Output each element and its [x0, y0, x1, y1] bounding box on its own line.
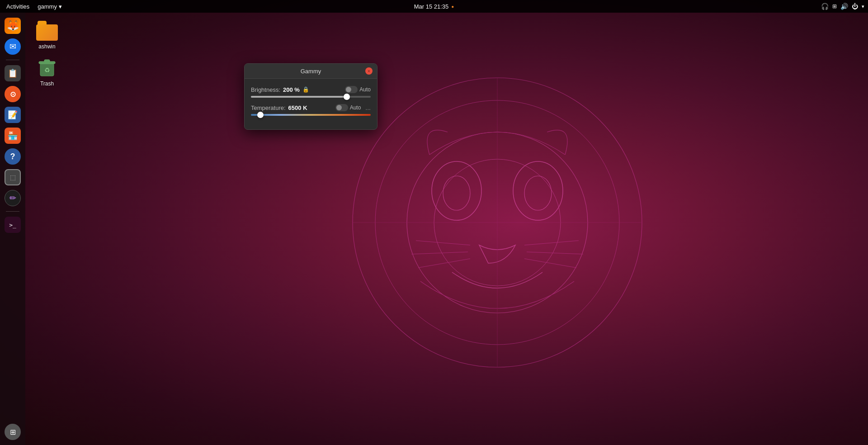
topbar-notification-dot: ●	[451, 4, 454, 9]
svg-point-6	[443, 176, 470, 210]
sidebar-item-help[interactable]: ?	[3, 147, 22, 166]
topbar: Activities gammy ▾ Mar 15 21:35 ● 🎧 ⊞ 🔊 …	[0, 0, 868, 13]
appstore-icon: 🏪	[8, 131, 18, 141]
brightness-toggle-knob	[346, 87, 351, 92]
app-menu-arrow: ▾	[59, 3, 62, 10]
sidebar-item-ubuntu-one[interactable]: ⊙	[3, 85, 22, 104]
svg-line-11	[524, 241, 579, 245]
app-menu[interactable]: gammy ▾	[38, 3, 62, 10]
writer-icon: 📝	[8, 110, 18, 120]
sidebar-item-writer[interactable]: 📝	[3, 105, 22, 124]
brightness-thumb[interactable]	[344, 94, 350, 100]
brightness-fill	[251, 96, 347, 98]
gammy-close-button[interactable]: ×	[365, 67, 373, 75]
temperature-label: Temperature:	[251, 104, 286, 111]
temperature-value: 6500 K	[288, 104, 307, 111]
svg-point-4	[432, 161, 481, 220]
svg-line-8	[416, 241, 470, 245]
temperature-toggle[interactable]	[335, 104, 348, 111]
temperature-auto-toggle: Auto	[335, 104, 361, 111]
brightness-auto-toggle: Auto	[345, 86, 371, 93]
temperature-slider[interactable]	[251, 114, 371, 116]
svg-rect-18	[44, 60, 50, 62]
svg-text:♻: ♻	[44, 66, 50, 74]
ubuntu-one-icon: ⊙	[10, 90, 16, 99]
sidebar-item-notes[interactable]: 📋	[3, 64, 22, 83]
svg-point-7	[524, 176, 552, 210]
sidebar-item-email[interactable]: ✉	[3, 37, 22, 56]
screenshot-icon: ⬚	[10, 174, 16, 181]
sidebar-item-screenshot[interactable]: ⬚	[3, 168, 22, 187]
brightness-toggle[interactable]	[345, 86, 358, 93]
topbar-center: Mar 15 21:35 ●	[414, 3, 454, 10]
volume-icon[interactable]: 🔊	[840, 3, 848, 10]
svg-point-5	[513, 161, 563, 220]
brightness-auto-label: Auto	[359, 86, 371, 93]
sidebar-item-penpot[interactable]: ✏	[3, 189, 22, 208]
app-menu-label: gammy	[38, 3, 57, 10]
temperature-header: Temperature: 6500 K Auto ...	[251, 104, 371, 111]
topbar-left: Activities gammy ▾	[4, 2, 62, 11]
gammy-titlebar: Gammy ×	[245, 64, 377, 79]
temperature-dots-button[interactable]: ...	[365, 104, 371, 111]
brightness-slider[interactable]	[251, 96, 371, 98]
temperature-thumb[interactable]	[257, 112, 264, 118]
sidebar-item-terminal[interactable]: >_	[3, 215, 22, 234]
headset-icon[interactable]: 🎧	[821, 3, 829, 10]
email-icon: ✉	[9, 42, 16, 52]
sidebar: 🦊 ✉ 📋 ⊙ 📝 🏪 ? ⬚	[0, 13, 25, 445]
gammy-window: Gammy × Brightness: 200 % 🔒 Auto	[244, 63, 377, 130]
topbar-right: 🎧 ⊞ 🔊 ⏻ ▾	[821, 3, 864, 10]
gammy-window-title: Gammy	[256, 68, 365, 75]
brightness-value: 200 %	[283, 86, 300, 93]
temperature-toggle-knob	[336, 105, 342, 110]
trash-icon: ♻	[36, 57, 58, 79]
grid-icon: ⊞	[10, 428, 16, 436]
brightness-row: Brightness: 200 % 🔒 Auto	[251, 86, 371, 98]
folder-icon-ashwin	[36, 20, 58, 42]
power-icon[interactable]: ⏻	[852, 3, 858, 10]
trash-icon-label: Trash	[40, 80, 54, 87]
topbar-clock[interactable]: Mar 15 21:35	[414, 3, 449, 10]
dock-separator-1	[6, 60, 19, 60]
svg-line-13	[524, 259, 576, 268]
desktop-icons: ashwin ♻ Trash	[29, 18, 65, 89]
firefox-icon: 🦊	[7, 20, 19, 32]
network-icon[interactable]: ⊞	[832, 3, 837, 9]
penpot-icon: ✏	[9, 193, 16, 203]
dock-separator-2	[6, 211, 19, 212]
sidebar-app-grid[interactable]: ⊞	[3, 422, 22, 441]
notes-icon: 📋	[8, 68, 18, 78]
mascot-art	[339, 64, 656, 381]
gammy-content: Brightness: 200 % 🔒 Auto Temperature: 65…	[245, 79, 377, 129]
brightness-label: Brightness:	[251, 86, 280, 93]
chevron-down-icon[interactable]: ▾	[862, 4, 864, 9]
terminal-icon: >_	[9, 222, 16, 228]
brightness-header: Brightness: 200 % 🔒 Auto	[251, 86, 371, 93]
desktop-icon-ashwin[interactable]: ashwin	[29, 18, 65, 52]
temperature-auto-label: Auto	[350, 104, 361, 111]
ashwin-icon-label: ashwin	[38, 43, 55, 50]
activities-button[interactable]: Activities	[4, 2, 32, 11]
svg-line-9	[411, 252, 468, 254]
sidebar-item-appstore[interactable]: 🏪	[3, 126, 22, 145]
svg-line-12	[527, 252, 583, 254]
desktop-icon-trash[interactable]: ♻ Trash	[29, 55, 65, 89]
temperature-row: Temperature: 6500 K Auto ...	[251, 104, 371, 116]
help-icon: ?	[10, 152, 15, 161]
sidebar-item-firefox[interactable]: 🦊	[3, 16, 22, 35]
lock-icon[interactable]: 🔒	[302, 86, 309, 93]
svg-line-10	[418, 259, 470, 268]
